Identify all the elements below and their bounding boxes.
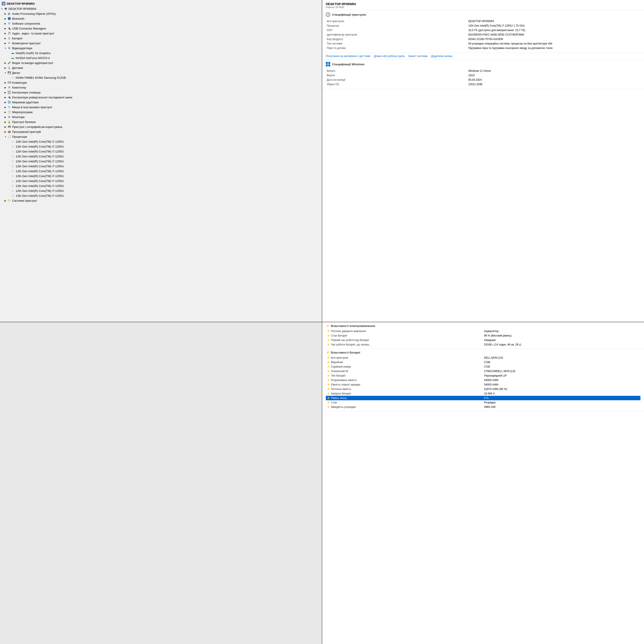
dm-item-batteries[interactable]: ▶ 🔋 Батареї [0,36,322,41]
item-label: Датчики [12,66,23,70]
power-props-section: ⚡ Властивості електроживлення ⚡Поточне д… [322,322,644,349]
dm-item-desktop-root[interactable]: ▾ 💻 DESKTOP-RF6R6R4 [0,6,322,11]
expand-arrow[interactable]: ▶ [4,199,7,202]
spec-label: Процесор [326,23,467,28]
spec-label: Ідентифікатор пристрою [326,32,467,37]
expand-arrow[interactable]: ▶ [4,22,7,25]
item-label: Клавіатури [12,81,27,84]
item-icon: □ [11,184,15,188]
dm-item-cpu4[interactable]: □ 12th Gen Intel(R) Core(TM) i7-1255U [0,154,322,159]
dm-item-cpu2[interactable]: □ 12th Gen Intel(R) Core(TM) i7-1255U [0,144,322,149]
dm-item-keyboards[interactable]: ▶ ⌨ Клавіатури [0,80,322,85]
dm-item-processors[interactable]: ▾ ⬜ Процесори [0,134,322,139]
sysinfo-link[interactable]: Посилання на матеріали з цієї теми [326,55,370,58]
expand-arrow[interactable]: ▶ [4,111,7,113]
dm-item-mouse[interactable]: ▶ 🖱 Миша й інші вказівні пристрої [0,105,322,110]
dm-item-cpu11[interactable]: □ 12th Gen Intel(R) Core(TM) i7-1255U [0,188,322,193]
device-specs-label: Специфікації пристрою [332,13,366,16]
dm-item-cpu6[interactable]: □ 12th Gen Intel(R) Core(TM) i7-1255U [0,164,322,169]
expand-arrow[interactable]: ▶ [4,126,7,128]
item-label: NVIDIA GeForce MX570 A [16,56,50,60]
expand-arrow[interactable]: ▶ [4,131,7,133]
dm-item-security[interactable]: ▶ 🔒 Пристрої безпеки [0,119,322,124]
dm-item-bluetooth[interactable]: ▶ 🔵 Bluetooth [0,16,322,21]
dm-item-nvme[interactable]: — NVMe PM9B1 NVMe Samsung 512GB [0,75,322,80]
expand-arrow[interactable]: ▾ [4,136,7,138]
expand-arrow[interactable]: ▾ [0,8,4,10]
dm-item-storage-ctrl[interactable]: ▶ 💽 Контролери сховища [0,90,322,95]
win-spec-label: Дата інсталяції [326,78,467,82]
sysinfo-link[interactable]: Захист системи [408,55,428,58]
dm-item-audio-io[interactable]: ▶ 🎤 Вхідні та вихідні аудіопристрої [0,60,322,65]
dm-item-nvidia-geforce[interactable]: ▬ NVIDIA GeForce MX570 A [0,55,322,60]
expand-arrow[interactable]: ▶ [4,121,7,123]
dm-item-system-devices[interactable]: ▶ 📁 Системні пристрої [0,198,322,203]
dm-item-monitors[interactable]: ▶ 🖥 Монітори [0,114,322,119]
expand-arrow[interactable]: ▶ [4,37,7,40]
expand-arrow[interactable]: ▶ [4,13,7,15]
expand-arrow[interactable]: ▾ [4,47,7,49]
expand-arrow[interactable]: ▾ [4,72,7,74]
dm-item-cpu5[interactable]: □ 12th Gen Intel(R) Core(TM) i7-1255U [0,159,322,164]
sysinfo-link[interactable]: Домен або робоча група [374,55,404,58]
win-spec-value: 05.04.2024 [467,78,640,82]
item-icon: □ [11,149,15,153]
dm-item-net-adapters[interactable]: ▶ 🌐 Мережеві адаптери [0,100,322,105]
item-label: Контролери сховища [12,91,40,94]
item-label: Програмний пристрій [12,130,41,133]
item-label: Пристрої безпеки [12,120,36,124]
expand-arrow[interactable]: ▶ [4,101,7,104]
expand-arrow[interactable]: ▶ [4,81,7,84]
dm-item-hid[interactable]: ▶ 🎮 Пристрої з інтерфейсом користувача [0,124,322,129]
expand-arrow[interactable]: ▶ [4,96,7,99]
dm-item-computer[interactable]: ▶ 🖥 Комп'ютер [0,85,322,90]
expand-arrow[interactable]: ▶ [4,106,7,108]
device-spec-row: Тип системи64-розрядна операційна систем… [326,41,640,46]
dm-item-audio-video[interactable]: ▶ 🎵 Аудіо-, відео- та ігрові пристрої [0,31,322,36]
item-icon: 🖥 [7,85,11,89]
dm-item-cpu7[interactable]: □ 12th Gen Intel(R) Core(TM) i7-1255U [0,169,322,174]
battery-prop-value: 2708COMDELL MVK1132 [483,369,641,373]
expand-arrow[interactable]: ▶ [4,17,7,20]
item-icon: □ [11,169,15,173]
dm-item-cpu3[interactable]: □ 12th Gen Intel(R) Core(TM) i7-1255U [0,149,322,154]
expand-arrow[interactable]: ▶ [4,42,7,44]
expand-arrow[interactable]: ▶ [4,32,7,35]
item-icon: 🎤 [7,61,11,65]
dm-item-audio-processing[interactable]: ▶ 🔊 Audio Processing Objects (APOs) [0,11,322,16]
expand-arrow[interactable]: ▶ [4,62,7,64]
dm-item-soft-device[interactable]: ▶ 📦 Програмний пристрій [0,129,322,134]
windows-icon [326,62,330,66]
dm-item-cpu1[interactable]: □ 12th Gen Intel(R) Core(TM) i7-1255U [0,139,322,144]
dm-item-sensors[interactable]: ▶ 📡 Датчики [0,65,322,70]
dm-tree: ▾ 💻 DESKTOP-RF6R6R4 ▶ 🔊 Audio Processing… [0,6,322,203]
power-prop-label: ⚡Повний час роботи від батареї [326,338,483,342]
expand-arrow[interactable]: ▶ [4,67,7,69]
bat-row-icon: ⚡ [327,330,330,333]
power-prop-value: 96 % (Високий рівень) [483,333,641,338]
dm-item-intel-iris[interactable]: ▬ Intel(R) Iris(R) Xe Graphics [0,51,322,55]
expand-arrow[interactable]: ▶ [4,86,7,89]
dm-item-software-components[interactable]: ▶ ⚙ Software components [0,21,322,26]
dm-item-cpu10[interactable]: □ 12th Gen Intel(R) Core(TM) i7-1255U [0,183,322,188]
battery-prop-row: ⚡Ємність повної зарядки 54000 mWh [326,382,640,387]
expand-arrow[interactable]: ▶ [4,91,7,94]
dm-item-cpu12[interactable]: □ 12th Gen Intel(R) Core(TM) i7-1255U [0,193,322,198]
item-icon: — [11,76,15,80]
item-icon: 🌐 [7,100,11,104]
dm-item-firmware[interactable]: ▶ 📋 Мікропрограма: [0,110,322,114]
dm-item-disks[interactable]: ▾ 💾 Диски [0,70,322,75]
dm-item-video-adapters[interactable]: ▾ 🖥 Відеоадаптери [0,46,322,51]
expand-arrow[interactable]: ▶ [4,27,7,30]
dm-item-cpu8[interactable]: □ 12th Gen Intel(R) Core(TM) i7-1255U [0,174,322,178]
dm-item-usb-connector[interactable]: ▶ 🔌 USB Connector Managers [0,26,322,31]
expand-arrow[interactable]: ▶ [4,116,7,118]
dm-item-biometric[interactable]: ▶ 👁 Біометричні пристрої [0,41,322,46]
win-spec-label: Версія [326,73,467,78]
item-label: Мережеві адаптери [12,101,38,104]
sysinfo-title: DESKTOP-RF6R6R4 [326,2,640,6]
dm-item-cpu9[interactable]: □ 12th Gen Intel(R) Core(TM) i7-1255U [0,178,322,183]
dm-item-usb-ctrl[interactable]: ▶ 🔌 Контролери універсальної послідовної… [0,95,322,100]
sysinfo-link[interactable]: Додаткові налаш... [431,55,455,58]
battery-prop-row: ⚡Тип батареї Перезарядний LiP [326,373,640,378]
